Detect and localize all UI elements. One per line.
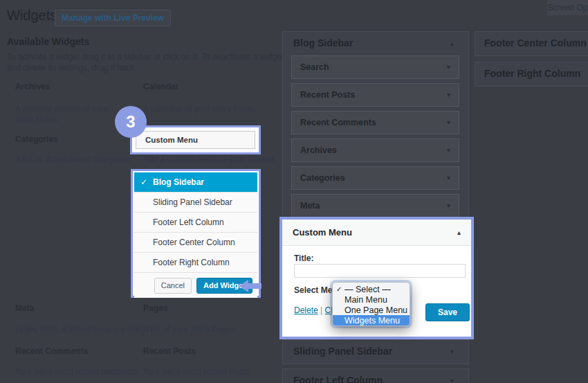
widgets-admin-page: Widgets Manage with Live Preview Screen … — [0, 0, 588, 383]
available-widget-meta-desc: Login, RSS, & WordPress.org links. — [15, 325, 146, 335]
custom-menu-panel-title: Custom Menu — [293, 227, 352, 238]
screen-options-button[interactable]: Screen Op — [547, 0, 588, 15]
menu-option-main-menu[interactable]: Main Menu — [333, 294, 410, 305]
page-title: Widgets — [7, 8, 57, 24]
widget-row-label: Recent Posts — [300, 90, 355, 100]
collapse-up-icon[interactable]: ▴ — [457, 229, 461, 236]
available-widgets-desc-1: To activate a widget drag it to a sideba… — [7, 52, 284, 62]
available-widget-meta[interactable]: Meta — [15, 303, 34, 313]
chooser-option-label: Footer Center Column — [153, 238, 235, 247]
chooser-option-footer-center-column[interactable]: Footer Center Column — [134, 233, 257, 253]
footer-center-column-title: Footer Center Column — [484, 37, 587, 48]
checkmark-icon: ✓ — [140, 177, 147, 187]
expand-icon[interactable]: ▾ — [447, 147, 450, 154]
collapse-up-icon[interactable]: ▴ — [450, 40, 454, 47]
footer-right-column-title: Footer Right Column — [484, 68, 580, 79]
sliding-panel-sidebar-title: Sliding Panel Sidebar — [293, 346, 392, 357]
available-widget-categories[interactable]: Categories — [15, 134, 58, 144]
expand-icon[interactable]: ▾ — [447, 91, 450, 98]
step-3-badge: 3 — [115, 106, 147, 138]
chooser-option-footer-left-column[interactable]: Footer Left Column — [134, 213, 257, 233]
expand-icon[interactable]: ▾ — [447, 64, 450, 71]
title-input[interactable] — [294, 264, 466, 278]
chooser-option-label: Footer Left Column — [153, 217, 224, 227]
chooser-option-label: Blog Sidebar — [153, 177, 204, 187]
available-widget-recent-comments-desc: Your site's most recent comments. — [15, 367, 142, 377]
widget-row-meta[interactable]: Meta ▾ — [291, 194, 459, 217]
widget-row-label: Search — [300, 62, 329, 72]
manage-live-preview-button[interactable]: Manage with Live Preview — [55, 10, 171, 26]
widget-row-label: Categories — [300, 173, 345, 183]
chooser-option-label: Footer Right Column — [153, 258, 230, 267]
chooser-option-footer-right-column[interactable]: Footer Right Column — [134, 253, 257, 273]
chooser-option-blog-sidebar[interactable]: ✓ Blog Sidebar — [134, 172, 257, 193]
widget-row-recent-comments[interactable]: Recent Comments ▾ — [291, 111, 459, 134]
expand-icon[interactable]: ▾ — [447, 175, 450, 181]
select-menu-dropdown: ✓ — Select — Main Menu One Page Menu Wid… — [332, 282, 410, 326]
available-widgets-heading: Available Widgets — [7, 36, 89, 47]
menu-option-label: Main Menu — [344, 295, 387, 305]
menu-option-select[interactable]: ✓ — Select — — [333, 284, 410, 294]
expand-icon[interactable]: ▾ — [447, 202, 450, 209]
expand-icon[interactable]: ▾ — [450, 348, 454, 355]
available-widget-calendar[interactable]: Calendar — [143, 82, 178, 91]
save-button[interactable]: Save — [425, 303, 470, 321]
available-widget-categories-desc: A list or dropdown of categories — [15, 154, 131, 165]
title-field-label: Title: — [294, 253, 313, 263]
available-widgets-desc-2: and delete its settings, drag it back. — [7, 63, 137, 73]
available-widget-archives-desc: A monthly archive of your site's Posts. — [15, 104, 125, 125]
menu-option-one-page-menu[interactable]: One Page Menu — [333, 305, 410, 315]
widget-row-categories[interactable]: Categories ▾ — [291, 166, 459, 190]
widget-row-label: Meta — [300, 201, 320, 211]
pointer-arrow-head — [239, 280, 248, 292]
menu-option-widgets-menu[interactable]: Widgets Menu — [333, 315, 410, 326]
available-widget-pages[interactable]: Pages — [143, 303, 167, 313]
available-widget-custom-menu-desc: Add a custom menu to your sidebar. — [143, 154, 276, 165]
widget-row-search[interactable]: Search ▾ — [291, 55, 459, 79]
sidebar-chooser: ✓ Blog Sidebar Sliding Panel Sidebar Foo… — [131, 169, 261, 298]
menu-option-label: Widgets Menu — [344, 316, 400, 326]
blog-sidebar-title: Blog Sidebar — [293, 37, 353, 48]
available-widget-recent-posts-desc: Your site's most recent Posts. — [143, 367, 252, 377]
widget-row-recent-posts[interactable]: Recent Posts ▾ — [291, 83, 459, 107]
pointer-arrow-shaft — [248, 283, 261, 289]
available-widget-recent-comments[interactable]: Recent Comments — [15, 346, 88, 356]
available-widget-recent-posts[interactable]: Recent Posts — [143, 346, 196, 356]
available-widget-calendar-desc: A calendar of your site's Posts. — [143, 104, 257, 114]
chooser-option-label: Sliding Panel Sidebar — [153, 197, 232, 207]
cancel-button[interactable]: Cancel — [154, 278, 192, 294]
custom-menu-widget-card[interactable]: Custom Menu — [130, 125, 261, 154]
expand-icon[interactable]: ▾ — [450, 377, 454, 383]
widget-row-archives[interactable]: Archives ▾ — [291, 139, 459, 162]
available-widget-pages-desc: A list of your site's Pages. — [143, 325, 237, 335]
chooser-option-sliding-panel-sidebar[interactable]: Sliding Panel Sidebar — [134, 193, 257, 213]
available-widget-archives[interactable]: Archives — [15, 82, 50, 91]
delete-link[interactable]: Delete — [294, 305, 318, 315]
menu-option-label: One Page Menu — [344, 305, 407, 315]
widget-row-label: Recent Comments — [300, 118, 376, 127]
custom-menu-widget-label: Custom Menu — [145, 136, 198, 144]
checkmark-icon: ✓ — [336, 285, 342, 293]
menu-option-label: — Select — — [344, 285, 391, 294]
pointer-arrow-icon — [239, 280, 262, 292]
footer-left-column-title: Footer Left Column — [293, 375, 383, 383]
custom-menu-panel-header[interactable]: Custom Menu ▴ — [282, 220, 471, 246]
custom-menu-widget-box: Custom Menu — [136, 131, 255, 149]
expand-icon[interactable]: ▾ — [447, 119, 450, 126]
link-separator: | — [320, 305, 322, 315]
widget-row-label: Archives — [300, 145, 337, 155]
